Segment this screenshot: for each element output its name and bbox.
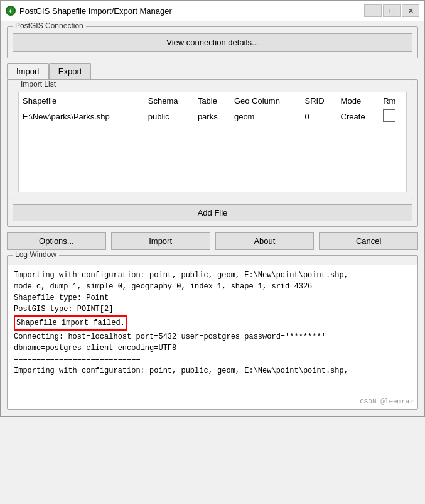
main-window: ✦ PostGIS Shapefile Import/Export Manage… [0, 0, 425, 417]
row-geo-column: geom [230, 107, 301, 126]
col-table: Table [194, 95, 230, 107]
title-bar: ✦ PostGIS Shapefile Import/Export Manage… [1, 1, 424, 21]
close-button[interactable]: ✕ [402, 4, 419, 17]
log-line-8: ============================ [14, 354, 411, 365]
options-button[interactable]: Options... [7, 232, 106, 250]
row-rm [379, 107, 406, 126]
postgis-connection-label: PostGIS Connection [13, 21, 86, 30]
import-list-group: Import List Shapefile Schema Table Geo C… [13, 85, 412, 199]
tab-content-import: Import List Shapefile Schema Table Geo C… [7, 79, 418, 227]
col-schema: Schema [144, 95, 194, 107]
log-content[interactable]: Importing with configuration: point, pub… [8, 265, 417, 409]
col-geo-column: Geo Column [230, 95, 301, 107]
row-srid: 0 [301, 107, 337, 126]
table-row[interactable]: E:\New\parks\Parks.shp public parks geom… [19, 107, 406, 126]
log-line-5: Connecting: host=localhost port=5432 use… [14, 331, 411, 342]
svg-text:✦: ✦ [8, 8, 13, 14]
tab-bar: Import Export [7, 63, 418, 79]
col-mode: Mode [337, 95, 380, 107]
window-controls: ─ □ ✕ [364, 4, 419, 17]
window-title: PostGIS Shapefile Import/Export Manager [19, 6, 360, 16]
postgis-connection-group: PostGIS Connection View connection detai… [7, 26, 418, 58]
log-line-2: Shapefile type: Point [14, 292, 411, 304]
action-buttons: Options... Import About Cancel [7, 232, 418, 250]
tab-import[interactable]: Import [7, 63, 49, 79]
col-shapefile: Shapefile [19, 95, 144, 107]
log-window-group: Log Window Importing with configuration:… [7, 255, 418, 410]
rm-checkbox[interactable] [383, 109, 395, 122]
tab-export[interactable]: Export [49, 63, 92, 79]
maximize-button[interactable]: □ [383, 4, 401, 17]
import-list-label: Import List [18, 80, 58, 89]
about-button[interactable]: About [215, 232, 315, 250]
minimize-button[interactable]: ─ [364, 4, 382, 17]
log-error-highlight: Shapefile import failed. [14, 315, 127, 331]
row-mode: Create [337, 107, 380, 126]
import-table-area: Shapefile Schema Table Geo Column SRID M… [18, 92, 407, 192]
log-line-6: dbname=postgres client_encoding=UTF8 [14, 342, 411, 354]
app-icon: ✦ [6, 6, 16, 16]
row-table: parks [194, 107, 230, 126]
log-line-4: Shapefile import failed. [14, 315, 411, 331]
cancel-button[interactable]: Cancel [319, 232, 418, 250]
view-connection-button[interactable]: View connection details... [13, 33, 412, 52]
import-table: Shapefile Schema Table Geo Column SRID M… [19, 95, 406, 126]
col-rm: Rm [379, 95, 406, 107]
log-line-3: PostGIS type: POINT[2] [14, 304, 411, 315]
import-button[interactable]: Import [111, 232, 210, 250]
add-file-button[interactable]: Add File [13, 204, 412, 221]
log-line-9: Importing with configuration: point, pub… [14, 365, 411, 376]
col-srid: SRID [301, 95, 337, 107]
row-shapefile: E:\New\parks\Parks.shp [19, 107, 144, 126]
watermark-text: CSDN @leemraz [360, 397, 414, 407]
log-strikethrough-text: PostGIS type: POINT[2] [14, 305, 113, 314]
log-line-1: mode=c, dump=1, simple=0, geography=0, i… [14, 281, 411, 292]
row-schema: public [144, 107, 194, 126]
log-window-label: Log Window [13, 250, 59, 259]
log-line-0: Importing with configuration: point, pub… [14, 270, 411, 281]
window-content: PostGIS Connection View connection detai… [1, 21, 424, 416]
